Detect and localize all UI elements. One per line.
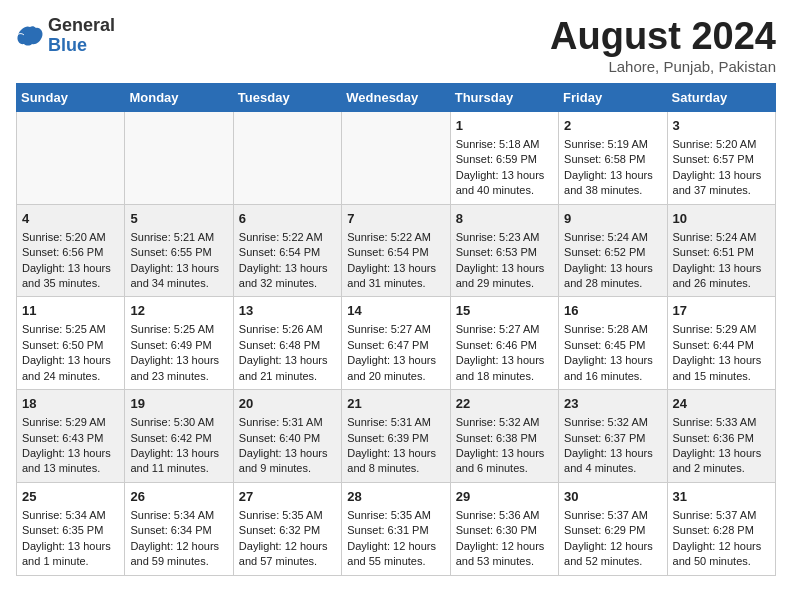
sunset-text: Sunset: 6:57 PM — [673, 152, 770, 167]
sunrise-text: Sunrise: 5:24 AM — [564, 230, 661, 245]
sunset-text: Sunset: 6:34 PM — [130, 523, 227, 538]
calendar-cell: 17Sunrise: 5:29 AMSunset: 6:44 PMDayligh… — [667, 297, 775, 390]
sunrise-text: Sunrise: 5:24 AM — [673, 230, 770, 245]
daylight-text: Daylight: 13 hours and 16 minutes. — [564, 353, 661, 384]
day-number: 19 — [130, 395, 227, 413]
day-number: 31 — [673, 488, 770, 506]
day-number: 17 — [673, 302, 770, 320]
daylight-text: Daylight: 13 hours and 40 minutes. — [456, 168, 553, 199]
day-number: 3 — [673, 117, 770, 135]
sunset-text: Sunset: 6:31 PM — [347, 523, 444, 538]
sunset-text: Sunset: 6:47 PM — [347, 338, 444, 353]
day-number: 26 — [130, 488, 227, 506]
logo-bird-icon — [16, 25, 44, 47]
calendar-cell: 27Sunrise: 5:35 AMSunset: 6:32 PMDayligh… — [233, 482, 341, 575]
daylight-text: Daylight: 13 hours and 18 minutes. — [456, 353, 553, 384]
calendar-cell: 4Sunrise: 5:20 AMSunset: 6:56 PMDaylight… — [17, 204, 125, 297]
sunrise-text: Sunrise: 5:31 AM — [239, 415, 336, 430]
sunset-text: Sunset: 6:48 PM — [239, 338, 336, 353]
sunset-text: Sunset: 6:37 PM — [564, 431, 661, 446]
daylight-text: Daylight: 13 hours and 24 minutes. — [22, 353, 119, 384]
daylight-text: Daylight: 13 hours and 38 minutes. — [564, 168, 661, 199]
sunset-text: Sunset: 6:40 PM — [239, 431, 336, 446]
day-number: 25 — [22, 488, 119, 506]
daylight-text: Daylight: 13 hours and 34 minutes. — [130, 261, 227, 292]
sunrise-text: Sunrise: 5:25 AM — [22, 322, 119, 337]
sunset-text: Sunset: 6:38 PM — [456, 431, 553, 446]
sunset-text: Sunset: 6:28 PM — [673, 523, 770, 538]
calendar-week-4: 18Sunrise: 5:29 AMSunset: 6:43 PMDayligh… — [17, 390, 776, 483]
calendar-cell: 24Sunrise: 5:33 AMSunset: 6:36 PMDayligh… — [667, 390, 775, 483]
daylight-text: Daylight: 13 hours and 32 minutes. — [239, 261, 336, 292]
sunrise-text: Sunrise: 5:37 AM — [564, 508, 661, 523]
calendar-body: 1Sunrise: 5:18 AMSunset: 6:59 PMDaylight… — [17, 111, 776, 575]
day-number: 10 — [673, 210, 770, 228]
sunset-text: Sunset: 6:42 PM — [130, 431, 227, 446]
calendar-cell: 25Sunrise: 5:34 AMSunset: 6:35 PMDayligh… — [17, 482, 125, 575]
header-day-thursday: Thursday — [450, 83, 558, 111]
sunrise-text: Sunrise: 5:22 AM — [239, 230, 336, 245]
calendar-cell: 20Sunrise: 5:31 AMSunset: 6:40 PMDayligh… — [233, 390, 341, 483]
sunrise-text: Sunrise: 5:19 AM — [564, 137, 661, 152]
sunrise-text: Sunrise: 5:29 AM — [22, 415, 119, 430]
calendar-cell: 15Sunrise: 5:27 AMSunset: 6:46 PMDayligh… — [450, 297, 558, 390]
daylight-text: Daylight: 13 hours and 11 minutes. — [130, 446, 227, 477]
daylight-text: Daylight: 13 hours and 9 minutes. — [239, 446, 336, 477]
daylight-text: Daylight: 13 hours and 1 minute. — [22, 539, 119, 570]
calendar-cell: 6Sunrise: 5:22 AMSunset: 6:54 PMDaylight… — [233, 204, 341, 297]
daylight-text: Daylight: 13 hours and 4 minutes. — [564, 446, 661, 477]
sunrise-text: Sunrise: 5:26 AM — [239, 322, 336, 337]
sunset-text: Sunset: 6:54 PM — [239, 245, 336, 260]
calendar-cell: 16Sunrise: 5:28 AMSunset: 6:45 PMDayligh… — [559, 297, 667, 390]
day-number: 16 — [564, 302, 661, 320]
sunset-text: Sunset: 6:39 PM — [347, 431, 444, 446]
daylight-text: Daylight: 13 hours and 13 minutes. — [22, 446, 119, 477]
day-number: 23 — [564, 395, 661, 413]
sunset-text: Sunset: 6:29 PM — [564, 523, 661, 538]
sunrise-text: Sunrise: 5:35 AM — [239, 508, 336, 523]
sunset-text: Sunset: 6:35 PM — [22, 523, 119, 538]
daylight-text: Daylight: 13 hours and 23 minutes. — [130, 353, 227, 384]
day-number: 22 — [456, 395, 553, 413]
day-number: 6 — [239, 210, 336, 228]
day-number: 5 — [130, 210, 227, 228]
day-number: 12 — [130, 302, 227, 320]
daylight-text: Daylight: 12 hours and 53 minutes. — [456, 539, 553, 570]
calendar-cell — [17, 111, 125, 204]
day-number: 14 — [347, 302, 444, 320]
calendar-cell: 28Sunrise: 5:35 AMSunset: 6:31 PMDayligh… — [342, 482, 450, 575]
sunset-text: Sunset: 6:51 PM — [673, 245, 770, 260]
header-day-wednesday: Wednesday — [342, 83, 450, 111]
sunset-text: Sunset: 6:52 PM — [564, 245, 661, 260]
header-day-tuesday: Tuesday — [233, 83, 341, 111]
sunrise-text: Sunrise: 5:21 AM — [130, 230, 227, 245]
sunrise-text: Sunrise: 5:27 AM — [456, 322, 553, 337]
calendar-week-2: 4Sunrise: 5:20 AMSunset: 6:56 PMDaylight… — [17, 204, 776, 297]
sunrise-text: Sunrise: 5:22 AM — [347, 230, 444, 245]
daylight-text: Daylight: 13 hours and 20 minutes. — [347, 353, 444, 384]
sunrise-text: Sunrise: 5:30 AM — [130, 415, 227, 430]
calendar-week-5: 25Sunrise: 5:34 AMSunset: 6:35 PMDayligh… — [17, 482, 776, 575]
page-header: General Blue August 2024 Lahore, Punjab,… — [16, 16, 776, 75]
sunset-text: Sunset: 6:44 PM — [673, 338, 770, 353]
sunset-text: Sunset: 6:43 PM — [22, 431, 119, 446]
sunrise-text: Sunrise: 5:18 AM — [456, 137, 553, 152]
calendar-cell: 18Sunrise: 5:29 AMSunset: 6:43 PMDayligh… — [17, 390, 125, 483]
daylight-text: Daylight: 13 hours and 26 minutes. — [673, 261, 770, 292]
header-day-friday: Friday — [559, 83, 667, 111]
header-row: SundayMondayTuesdayWednesdayThursdayFrid… — [17, 83, 776, 111]
calendar-cell: 3Sunrise: 5:20 AMSunset: 6:57 PMDaylight… — [667, 111, 775, 204]
daylight-text: Daylight: 13 hours and 28 minutes. — [564, 261, 661, 292]
day-number: 11 — [22, 302, 119, 320]
day-number: 27 — [239, 488, 336, 506]
calendar-cell: 14Sunrise: 5:27 AMSunset: 6:47 PMDayligh… — [342, 297, 450, 390]
calendar-cell: 30Sunrise: 5:37 AMSunset: 6:29 PMDayligh… — [559, 482, 667, 575]
calendar-cell: 31Sunrise: 5:37 AMSunset: 6:28 PMDayligh… — [667, 482, 775, 575]
calendar-cell: 23Sunrise: 5:32 AMSunset: 6:37 PMDayligh… — [559, 390, 667, 483]
sunset-text: Sunset: 6:32 PM — [239, 523, 336, 538]
daylight-text: Daylight: 12 hours and 55 minutes. — [347, 539, 444, 570]
daylight-text: Daylight: 12 hours and 59 minutes. — [130, 539, 227, 570]
daylight-text: Daylight: 13 hours and 37 minutes. — [673, 168, 770, 199]
daylight-text: Daylight: 12 hours and 50 minutes. — [673, 539, 770, 570]
daylight-text: Daylight: 12 hours and 57 minutes. — [239, 539, 336, 570]
